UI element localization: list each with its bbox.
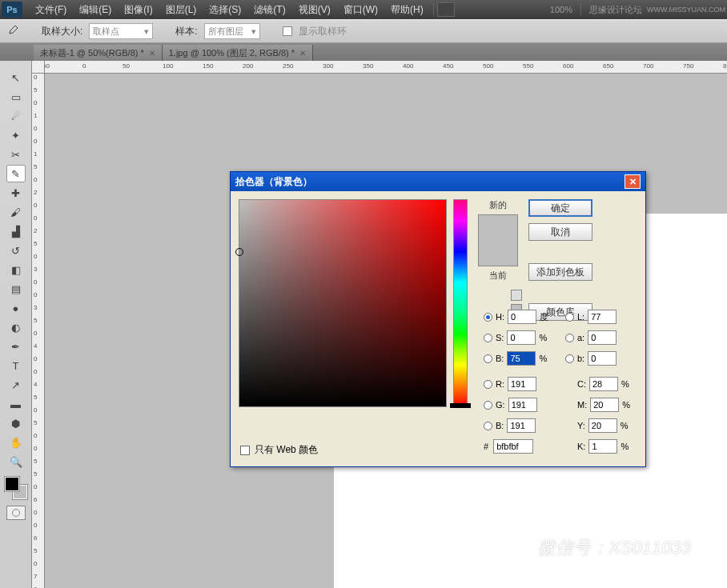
menu-window[interactable]: 窗口(W) — [337, 3, 384, 17]
extra-url: WWW.MISSYUAN.COM — [647, 6, 725, 14]
m-input[interactable] — [590, 398, 619, 412]
toolbox: ↖ ▭ ☄ ✦ ✂ ✎ ✚ 🖌 ▟ ↺ ◧ ▤ ● ◐ ✒ T ↗ ▬ ⬢ ✋ … — [0, 61, 32, 588]
hand-tool-icon[interactable]: ✋ — [6, 434, 26, 451]
color-cursor-icon — [235, 248, 243, 256]
menu-file[interactable]: 文件(F) — [29, 3, 73, 17]
marquee-tool-icon[interactable]: ▭ — [6, 88, 26, 106]
color-swatches[interactable] — [5, 477, 27, 499]
current-color-label: 当前 — [489, 270, 507, 282]
move-tool-icon[interactable]: ↖ — [6, 69, 26, 86]
main-menubar: Ps 文件(F) 编辑(E) 图像(I) 图层(L) 选择(S) 滤镜(T) 视… — [0, 0, 727, 19]
brush-tool-icon[interactable]: 🖌 — [6, 203, 26, 221]
ok-button[interactable]: 确定 — [528, 199, 592, 217]
workspace-dropdown-icon[interactable] — [437, 2, 455, 17]
s-input[interactable] — [507, 330, 536, 345]
web-only-label: 只有 Web 颜色 — [255, 443, 318, 457]
shape-tool-icon[interactable]: ▬ — [6, 395, 26, 413]
menu-filter[interactable]: 滤镜(T) — [247, 3, 291, 17]
g-input[interactable] — [508, 398, 537, 412]
h-input[interactable] — [508, 310, 536, 324]
close-icon[interactable]: ✕ — [299, 49, 306, 58]
foreground-color-swatch[interactable] — [5, 477, 19, 491]
bv-radio[interactable] — [484, 354, 492, 363]
blur-tool-icon[interactable]: ● — [6, 299, 26, 317]
options-bar: 取样大小: 取样点▾ 样本: 所有图层▾ 显示取样环 — [0, 19, 727, 43]
eyedropper-tool-icon[interactable]: ✎ — [6, 165, 26, 182]
sample-size-label: 取样大小: — [42, 25, 82, 38]
watermark: 微信号：XS011033 — [508, 536, 691, 560]
doc-tab-1[interactable]: 未标题-1 @ 50%(RGB/8) *✕ — [34, 45, 163, 61]
crop-tool-icon[interactable]: ✂ — [6, 146, 26, 163]
lasso-tool-icon[interactable]: ☄ — [6, 107, 26, 125]
menu-help[interactable]: 帮助(H) — [384, 3, 430, 17]
b-input[interactable] — [507, 418, 536, 433]
wechat-icon — [508, 538, 532, 558]
new-color-label: 新的 — [489, 199, 507, 211]
color-picker-dialog: 拾色器（背景色） ✕ 新的 当前 确定 取消 添加到 — [230, 171, 646, 467]
menu-view[interactable]: 视图(V) — [292, 3, 337, 17]
menu-edit[interactable]: 编辑(E) — [73, 3, 118, 17]
add-swatch-button[interactable]: 添加到色板 — [528, 263, 592, 281]
sample-select[interactable]: 所有图层▾ — [204, 23, 260, 39]
history-brush-icon[interactable]: ↺ — [6, 242, 26, 259]
h-radio[interactable] — [484, 313, 492, 322]
eyedropper-icon — [6, 25, 19, 38]
web-only-checkbox[interactable] — [240, 446, 250, 455]
eraser-tool-icon[interactable]: ◧ — [6, 261, 26, 278]
quick-mask-icon[interactable] — [6, 506, 26, 520]
vertical-ruler: 0501001502002503003504004505005506006507… — [32, 74, 45, 588]
l-input[interactable] — [588, 310, 617, 324]
doc-tab-2[interactable]: 1.jpg @ 100% (图层 2, RGB/8) *✕ — [163, 45, 313, 61]
b-radio[interactable] — [484, 422, 492, 430]
current-color-swatch[interactable] — [479, 241, 517, 266]
cancel-button[interactable]: 取消 — [528, 223, 592, 241]
pen-tool-icon[interactable]: ✒ — [6, 338, 26, 355]
color-preview — [478, 214, 518, 266]
bv-input[interactable] — [507, 351, 536, 366]
close-icon[interactable]: ✕ — [149, 49, 155, 58]
zoom-tool-icon[interactable]: 🔍 — [6, 453, 26, 470]
b2-input[interactable] — [588, 351, 617, 366]
r-input[interactable] — [508, 377, 536, 391]
hex-input[interactable] — [493, 439, 533, 454]
dialog-titlebar[interactable]: 拾色器（背景色） ✕ — [231, 172, 645, 191]
3d-tool-icon[interactable]: ⬢ — [6, 414, 26, 432]
cube-icon[interactable] — [511, 290, 522, 301]
menu-image[interactable]: 图像(I) — [118, 3, 159, 17]
hsb-rgb-fields: H: 度 S: % B: % R: G: B: # — [484, 306, 548, 454]
menu-select[interactable]: 选择(S) — [203, 3, 247, 17]
path-tool-icon[interactable]: ↗ — [6, 376, 26, 394]
y-input[interactable] — [588, 418, 617, 433]
heal-tool-icon[interactable]: ✚ — [6, 184, 26, 202]
dodge-tool-icon[interactable]: ◐ — [6, 318, 26, 336]
a-input[interactable] — [588, 330, 617, 345]
k-input[interactable] — [588, 439, 617, 454]
horizontal-ruler: 6005010015020025030035040045050055060065… — [45, 61, 727, 74]
a-radio[interactable] — [565, 334, 574, 342]
gradient-tool-icon[interactable]: ▤ — [6, 280, 26, 298]
g-radio[interactable] — [484, 401, 492, 410]
zoom-level: 100% — [550, 5, 572, 14]
b2-radio[interactable] — [565, 354, 574, 363]
s-radio[interactable] — [484, 334, 492, 342]
document-tabbar: 未标题-1 @ 50%(RGB/8) *✕ 1.jpg @ 100% (图层 2… — [0, 43, 727, 61]
lab-cmyk-fields: L: a: b: C: % M: % Y: % K: % — [565, 306, 630, 457]
extra-label: 思缘设计论坛 — [589, 4, 642, 16]
wand-tool-icon[interactable]: ✦ — [6, 126, 26, 144]
app-logo: Ps — [2, 2, 22, 18]
r-radio[interactable] — [484, 380, 492, 389]
show-ring-label: 显示取样环 — [299, 25, 347, 38]
new-color-swatch — [479, 215, 517, 241]
sample-label: 样本: — [175, 25, 197, 38]
ruler-corner — [32, 61, 45, 74]
sample-size-select[interactable]: 取样点▾ — [89, 23, 153, 39]
stamp-tool-icon[interactable]: ▟ — [6, 222, 26, 240]
hue-slider[interactable] — [453, 199, 468, 407]
menu-layer[interactable]: 图层(L) — [159, 3, 203, 17]
l-radio[interactable] — [565, 313, 574, 322]
c-input[interactable] — [589, 377, 618, 391]
color-field[interactable] — [239, 199, 447, 407]
close-button[interactable]: ✕ — [625, 174, 641, 189]
show-ring-checkbox[interactable] — [283, 26, 292, 36]
type-tool-icon[interactable]: T — [6, 357, 26, 374]
